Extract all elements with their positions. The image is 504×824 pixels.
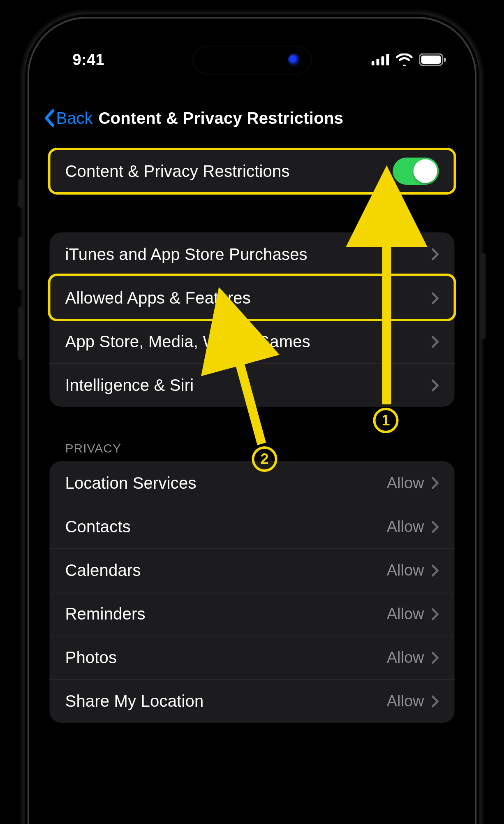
row-label: Content & Privacy Restrictions [65, 162, 393, 181]
content-privacy-toggle-row[interactable]: Content & Privacy Restrictions [50, 149, 455, 193]
cellular-signal-icon [372, 54, 390, 65]
wifi-icon [396, 53, 413, 66]
battery-icon [419, 53, 446, 66]
chevron-right-icon [432, 292, 439, 304]
svg-rect-6 [444, 58, 446, 62]
back-label: Back [56, 109, 93, 128]
row-value: Allow [387, 562, 424, 579]
row-label: Location Services [65, 474, 387, 492]
chevron-right-icon [432, 695, 439, 708]
row-value: Allow [387, 692, 424, 710]
row-allowed-apps[interactable]: Allowed Apps & Features [50, 276, 455, 320]
row-itunes-purchases[interactable]: iTunes and App Store Purchases [50, 232, 455, 276]
row-label: Reminders [65, 605, 387, 623]
toggle-knob [414, 159, 437, 183]
row-label: App Store, Media, Web & Games [65, 332, 432, 351]
nav-header: Back Content & Privacy Restrictions [37, 102, 468, 135]
row-value: Allow [387, 518, 424, 536]
page-title: Content & Privacy Restrictions [98, 109, 343, 128]
row-label: iTunes and App Store Purchases [65, 245, 432, 264]
row-value: Allow [387, 649, 424, 666]
section-header-privacy: PRIVACY [50, 441, 455, 461]
chevron-right-icon [432, 652, 439, 664]
status-time: 9:41 [73, 51, 105, 69]
chevron-right-icon [432, 521, 439, 533]
restrictions-group: iTunes and App Store Purchases Allowed A… [50, 232, 455, 407]
row-label: Photos [65, 648, 387, 667]
image-stage: 9:41 [0, 0, 504, 824]
row-value: Allow [387, 474, 424, 492]
content-area[interactable]: Content & Privacy Restrictions iTunes an… [37, 149, 468, 723]
row-label: Calendars [65, 561, 387, 580]
row-label: Intelligence & Siri [65, 376, 432, 395]
screen: 9:41 [37, 26, 468, 824]
row-share-my-location[interactable]: Share My Location Allow [50, 679, 455, 723]
chevron-left-icon [44, 109, 55, 127]
svg-rect-5 [421, 56, 441, 64]
chevron-right-icon [432, 608, 439, 620]
row-photos[interactable]: Photos Allow [50, 636, 455, 679]
row-value: Allow [387, 605, 424, 623]
chevron-right-icon [432, 379, 439, 392]
chevron-right-icon [432, 248, 439, 260]
master-toggle-group: Content & Privacy Restrictions [50, 149, 455, 193]
row-label: Contacts [65, 518, 387, 536]
back-button[interactable]: Back [44, 109, 93, 128]
svg-rect-0 [372, 61, 375, 65]
side-button [480, 253, 486, 339]
mute-switch [18, 179, 24, 208]
row-contacts[interactable]: Contacts Allow [50, 505, 455, 548]
svg-rect-3 [386, 54, 389, 65]
status-bar: 9:41 [37, 26, 468, 79]
iphone-frame: 9:41 [25, 14, 479, 824]
volume-up-button [18, 237, 24, 290]
row-intelligence-siri[interactable]: Intelligence & Siri [50, 363, 455, 407]
svg-rect-2 [381, 56, 384, 65]
chevron-right-icon [432, 336, 439, 348]
row-location-services[interactable]: Location Services Allow [50, 461, 455, 505]
row-label: Allowed Apps & Features [65, 289, 432, 307]
volume-down-button [18, 306, 24, 360]
row-app-store-media[interactable]: App Store, Media, Web & Games [50, 320, 455, 363]
chevron-right-icon [432, 477, 439, 489]
row-reminders[interactable]: Reminders Allow [50, 592, 455, 636]
row-calendars[interactable]: Calendars Allow [50, 548, 455, 592]
privacy-group: Location Services Allow Contacts Allow [50, 461, 455, 723]
content-privacy-toggle[interactable] [393, 158, 439, 185]
chevron-right-icon [432, 564, 439, 577]
row-label: Share My Location [65, 692, 387, 710]
svg-rect-1 [377, 59, 379, 65]
